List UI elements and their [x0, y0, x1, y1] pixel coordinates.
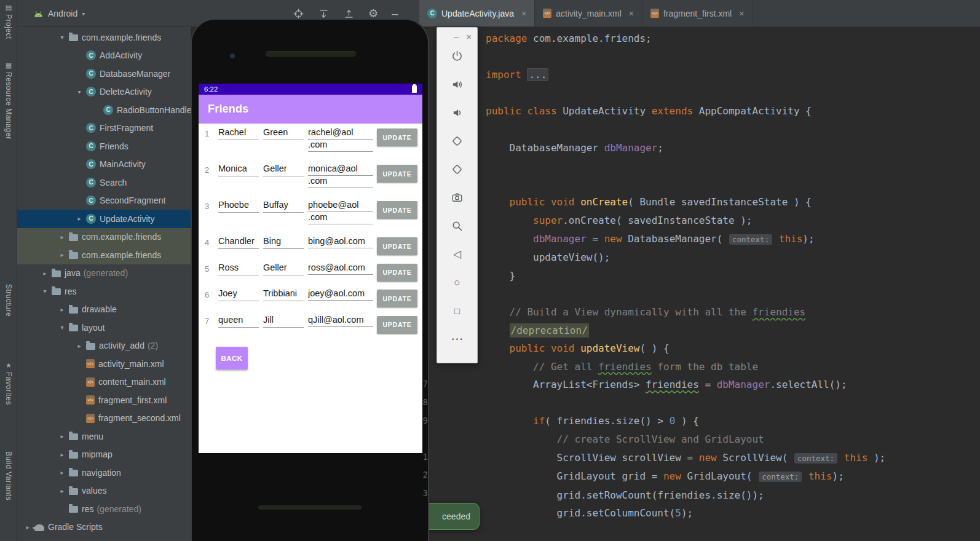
project-view-switcher[interactable]: Android ▾	[33, 0, 85, 27]
close-icon[interactable]: ×	[466, 31, 472, 42]
last-name-field[interactable]: Green	[263, 127, 304, 140]
tree-item[interactable]: ▾res	[17, 282, 191, 301]
minimize-icon[interactable]: –	[454, 31, 459, 42]
volume-down-icon[interactable]	[437, 98, 477, 127]
update-button[interactable]: UPDATE	[377, 290, 417, 307]
first-name-field[interactable]: Ross	[218, 263, 259, 275]
stripe-button-resource-manager[interactable]: ▦Resource Manager	[0, 61, 17, 140]
tree-item[interactable]: ▾layout	[17, 318, 191, 337]
tab-close-icon[interactable]: ×	[629, 9, 634, 18]
email-field[interactable]: phoebe@aol.com	[308, 200, 373, 224]
tree-item[interactable]: </>fragment_first.xml	[17, 391, 191, 409]
tree-item[interactable]: ▸com.example.friends	[17, 246, 191, 264]
tree-item[interactable]: CSearch	[17, 173, 191, 192]
tree-item[interactable]: CSecondFragment	[17, 192, 191, 210]
last-name-field[interactable]: Geller	[263, 263, 304, 275]
rotate-right-icon[interactable]	[437, 155, 477, 183]
email-field[interactable]: joey@aol.com	[308, 288, 373, 301]
chevron-right-icon[interactable]: ▸	[55, 433, 69, 440]
power-icon[interactable]	[437, 42, 477, 70]
tree-item[interactable]: ▸Gradle Scripts	[17, 518, 191, 537]
tree-item[interactable]: res (generated)	[17, 500, 191, 518]
tree-item[interactable]: CMainActivity	[17, 156, 191, 174]
chevron-right-icon[interactable]: ▸	[55, 251, 69, 258]
back-button[interactable]: BACK	[216, 347, 248, 369]
chevron-down-icon[interactable]: ▾	[55, 324, 69, 331]
collapse-arrows-icon[interactable]	[318, 8, 330, 20]
tree-item[interactable]: CFriends	[17, 137, 191, 156]
chevron-down-icon[interactable]: ▾	[73, 89, 86, 95]
chevron-down-icon[interactable]: ▾	[38, 288, 52, 294]
first-name-field[interactable]: Rachel	[218, 127, 259, 140]
email-field[interactable]: rachel@aol.com	[308, 127, 373, 152]
first-name-field[interactable]: Chandler	[218, 236, 259, 249]
tree-item[interactable]: ▸activity_add (2)	[17, 337, 191, 355]
chevron-right-icon[interactable]: ▸	[55, 469, 69, 476]
editor-tab[interactable]: </>fragment_first.xml×	[642, 0, 753, 26]
tree-item[interactable]: ▸mipmap	[17, 446, 191, 464]
email-field[interactable]: monica@aol.com	[308, 164, 373, 188]
tree-item[interactable]: ▸CUpdateActivity	[17, 210, 191, 228]
tree-item[interactable]: </>activity_main.xml	[17, 355, 191, 373]
chevron-right-icon[interactable]: ▸	[55, 488, 69, 494]
tree-item[interactable]: ▸values	[17, 482, 191, 500]
tree-item[interactable]: ▾CDeleteActivity	[17, 83, 191, 101]
update-button[interactable]: UPDATE	[377, 128, 417, 146]
email-field[interactable]: bing@aol.com	[308, 236, 373, 248]
first-name-field[interactable]: Phoebe	[218, 200, 259, 213]
minimize-icon[interactable]: –	[392, 8, 398, 19]
chevron-right-icon[interactable]: ▸	[73, 215, 86, 222]
volume-up-icon[interactable]	[437, 70, 477, 98]
home-icon[interactable]: ○	[437, 268, 477, 296]
stripe-button-favorites[interactable]: ★Favorites	[0, 361, 17, 405]
tree-item[interactable]: ▸com.example.friends	[17, 228, 191, 247]
update-button[interactable]: UPDATE	[377, 201, 417, 219]
stripe-button-structure[interactable]: Structure	[0, 284, 17, 317]
back-icon[interactable]: ◁	[437, 240, 477, 268]
chevron-right-icon[interactable]: ▸	[55, 306, 69, 313]
tree-item[interactable]: ▸java (generated)	[17, 264, 191, 283]
rotate-left-icon[interactable]	[437, 127, 477, 155]
last-name-field[interactable]: Geller	[263, 164, 304, 176]
chevron-right-icon[interactable]: ▸	[38, 270, 52, 277]
overview-icon[interactable]: □	[437, 296, 477, 325]
last-name-field[interactable]: Bing	[263, 236, 304, 249]
email-field[interactable]: qJill@aol.com	[308, 315, 373, 327]
tree-item[interactable]: CAddActivity	[17, 47, 191, 65]
gear-icon[interactable]: ⚙	[368, 8, 378, 19]
tree-item[interactable]: </>content_main.xml	[17, 373, 191, 392]
screenshot-icon[interactable]	[437, 183, 477, 211]
chevron-right-icon[interactable]: ▸	[73, 342, 86, 349]
email-field[interactable]: ross@aol.com	[308, 263, 373, 275]
tree-item[interactable]: CDatabaseManager	[17, 65, 191, 83]
first-name-field[interactable]: Joey	[218, 288, 259, 301]
update-button[interactable]: UPDATE	[377, 165, 417, 183]
tab-close-icon[interactable]: ×	[521, 9, 526, 18]
tree-item[interactable]: </>fragment_second.xml	[17, 409, 191, 428]
tab-close-icon[interactable]: ×	[739, 9, 744, 18]
editor-tab[interactable]: CUpdateActivity.java×	[419, 0, 535, 26]
tree-item[interactable]: ▸drawable	[17, 301, 191, 319]
tree-item[interactable]: CFirstFragment	[17, 119, 191, 138]
first-name-field[interactable]: queen	[218, 315, 259, 328]
update-button[interactable]: UPDATE	[377, 264, 417, 282]
tree-item[interactable]: ▸navigation	[17, 464, 191, 482]
update-button[interactable]: UPDATE	[377, 237, 417, 255]
editor-tab[interactable]: </>activity_main.xml×	[535, 0, 642, 26]
crosshair-icon[interactable]	[293, 8, 304, 20]
last-name-field[interactable]: Tribbiani	[263, 288, 304, 301]
chevron-down-icon[interactable]: ▾	[55, 34, 69, 41]
chevron-right-icon[interactable]: ▸	[55, 451, 69, 458]
last-name-field[interactable]: Jill	[263, 315, 304, 328]
more-icon[interactable]: ⋯	[437, 325, 477, 353]
stripe-button-project[interactable]: ▤Project	[0, 4, 17, 39]
tree-item[interactable]: ▸menu	[17, 427, 191, 446]
tree-item[interactable]: CRadioButtonHandler	[17, 101, 191, 119]
zoom-icon[interactable]	[437, 211, 477, 240]
expand-arrows-icon[interactable]	[343, 8, 355, 20]
last-name-field[interactable]: Buffay	[263, 200, 304, 213]
stripe-button-build-variants[interactable]: Build Variants	[0, 451, 17, 500]
chevron-right-icon[interactable]: ▸	[55, 234, 69, 240]
update-button[interactable]: UPDATE	[377, 316, 417, 334]
first-name-field[interactable]: Monica	[218, 164, 259, 176]
